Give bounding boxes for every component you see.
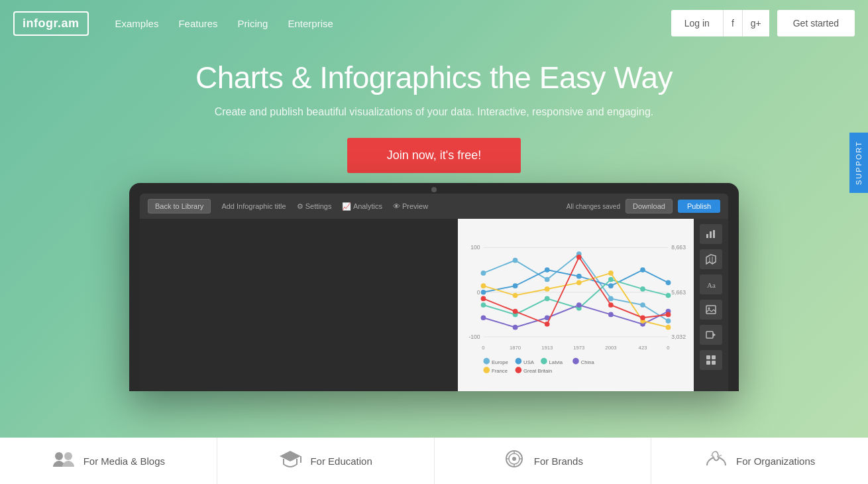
- svg-point-54: [576, 255, 582, 260]
- toolbar-right: All changes saved Download Publish: [567, 199, 720, 213]
- svg-text:Great Britain: Great Britain: [523, 368, 552, 374]
- left-canvas-panel: [140, 219, 458, 391]
- media-icon: [52, 450, 76, 473]
- svg-point-36: [666, 293, 671, 298]
- svg-point-28: [640, 267, 645, 272]
- svg-rect-82: [712, 355, 716, 359]
- login-button[interactable]: Log in: [671, 10, 723, 36]
- svg-point-34: [608, 277, 614, 282]
- infographic-title-field[interactable]: Add Infographic title: [221, 202, 286, 210]
- svg-text:Latvia: Latvia: [549, 359, 563, 365]
- for-education-item[interactable]: For Education: [217, 438, 435, 484]
- logo-wrap: infogr.am: [13, 11, 89, 36]
- svg-point-20: [608, 296, 614, 302]
- svg-rect-70: [706, 234, 708, 238]
- svg-point-40: [576, 302, 582, 308]
- nav-examples[interactable]: Examples: [115, 18, 159, 29]
- svg-text:1870: 1870: [510, 345, 521, 351]
- svg-point-91: [512, 457, 516, 461]
- laptop-mockup: Back to Library Add Infographic title ⚙ …: [129, 183, 739, 391]
- brands-icon: [502, 450, 526, 473]
- svg-point-53: [545, 322, 550, 327]
- svg-point-62: [541, 358, 547, 365]
- svg-point-55: [608, 302, 614, 308]
- camera-dot: [431, 187, 437, 192]
- for-media-item[interactable]: For Media & Blogs: [0, 438, 217, 484]
- join-button[interactable]: Join now, it's free!: [347, 138, 521, 173]
- header-actions: Log in f g+ Get started: [671, 10, 855, 36]
- svg-point-57: [666, 312, 671, 318]
- svg-text:1973: 1973: [573, 345, 584, 351]
- svg-point-85: [55, 452, 63, 460]
- nav-features[interactable]: Features: [178, 18, 217, 29]
- image-tool-icon[interactable]: [700, 300, 722, 320]
- for-organizations-item[interactable]: For Organizations: [651, 438, 868, 484]
- svg-point-29: [666, 280, 671, 285]
- laptop-screen: Back to Library Add Infographic title ⚙ …: [140, 194, 728, 391]
- chart-svg: 100 0 -100 8,663 5,663 3,032 0 1870 1913…: [458, 219, 694, 391]
- svg-point-21: [640, 302, 645, 308]
- logo[interactable]: infogr.am: [13, 11, 89, 36]
- svg-text:USA: USA: [523, 359, 535, 365]
- svg-text:Aa: Aa: [707, 281, 716, 289]
- back-to-library-button[interactable]: Back to Library: [148, 199, 211, 213]
- svg-text:423: 423: [639, 345, 647, 351]
- hero-section: Charts & Infographics the Easy Way Creat…: [0, 0, 868, 438]
- get-started-button[interactable]: Get started: [777, 10, 855, 36]
- svg-text:Europe: Europe: [492, 359, 508, 365]
- brands-label: For Brands: [534, 455, 583, 467]
- svg-point-50: [666, 325, 671, 330]
- education-label: For Education: [310, 455, 372, 467]
- svg-text:-100: -100: [468, 333, 480, 340]
- svg-point-60: [515, 358, 522, 365]
- svg-rect-77: [706, 306, 716, 314]
- settings-button[interactable]: ⚙ Settings: [297, 202, 332, 211]
- svg-point-66: [483, 367, 490, 373]
- svg-point-27: [608, 283, 614, 288]
- google-login-button[interactable]: g+: [742, 10, 769, 36]
- svg-rect-72: [713, 230, 715, 238]
- header: infogr.am Examples Features Pricing Ente…: [0, 0, 868, 46]
- svg-text:0: 0: [482, 345, 484, 351]
- svg-text:0: 0: [477, 289, 480, 296]
- svg-point-46: [545, 286, 550, 292]
- svg-point-86: [64, 452, 72, 460]
- svg-text:2003: 2003: [605, 345, 616, 351]
- bottom-bar: For Media & Blogs For Education For Bran…: [0, 438, 868, 484]
- publish-button[interactable]: Publish: [678, 200, 720, 213]
- svg-text:8,663: 8,663: [671, 244, 686, 251]
- nav-enterprise[interactable]: Enterprise: [288, 18, 333, 29]
- svg-point-44: [481, 283, 486, 288]
- svg-point-41: [608, 312, 614, 318]
- hero-subtitle: Create and publish beautiful visualizati…: [215, 106, 654, 118]
- svg-text:France: France: [492, 368, 508, 374]
- svg-text:China: China: [581, 359, 595, 365]
- svg-point-32: [545, 296, 550, 302]
- svg-point-30: [481, 302, 486, 308]
- education-icon: [278, 450, 302, 473]
- hero-title: Charts & Infographics the Easy Way: [195, 60, 673, 95]
- organizations-icon: [704, 450, 728, 473]
- text-tool-icon[interactable]: Aa: [700, 274, 722, 294]
- for-brands-item[interactable]: For Brands: [435, 438, 652, 484]
- facebook-login-button[interactable]: f: [723, 10, 742, 36]
- preview-button[interactable]: 👁 Preview: [393, 202, 428, 210]
- video-tool-icon[interactable]: [700, 325, 722, 345]
- svg-marker-80: [713, 333, 716, 337]
- widget-tool-icon[interactable]: [700, 350, 722, 370]
- svg-rect-79: [706, 332, 713, 338]
- nav-pricing[interactable]: Pricing: [238, 18, 268, 29]
- app-toolbar: Back to Library Add Infographic title ⚙ …: [140, 194, 728, 219]
- map-tool-icon[interactable]: [700, 249, 722, 269]
- svg-point-51: [481, 296, 486, 302]
- svg-point-16: [481, 271, 486, 276]
- chart-tool-icon[interactable]: [700, 224, 722, 244]
- svg-point-37: [481, 315, 486, 320]
- support-tab[interactable]: SUPPORT: [849, 133, 868, 193]
- analytics-button[interactable]: 📈 Analytics: [342, 202, 382, 211]
- save-status: All changes saved: [567, 203, 620, 210]
- editor-content: 100 0 -100 8,663 5,663 3,032 0 1870 1913…: [140, 219, 728, 391]
- svg-rect-84: [712, 361, 716, 365]
- download-button[interactable]: Download: [625, 199, 673, 213]
- svg-point-17: [513, 258, 518, 263]
